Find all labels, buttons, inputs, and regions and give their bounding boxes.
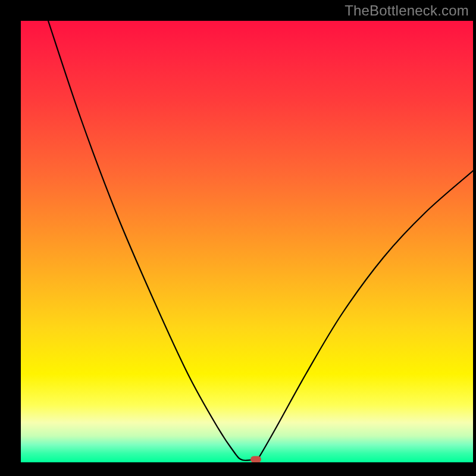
bottleneck-curve — [21, 21, 473, 462]
chart-frame: TheBottleneck.com — [0, 0, 476, 476]
watermark-text: TheBottleneck.com — [345, 2, 469, 19]
plot-area — [21, 21, 473, 462]
optimum-marker — [250, 456, 261, 463]
